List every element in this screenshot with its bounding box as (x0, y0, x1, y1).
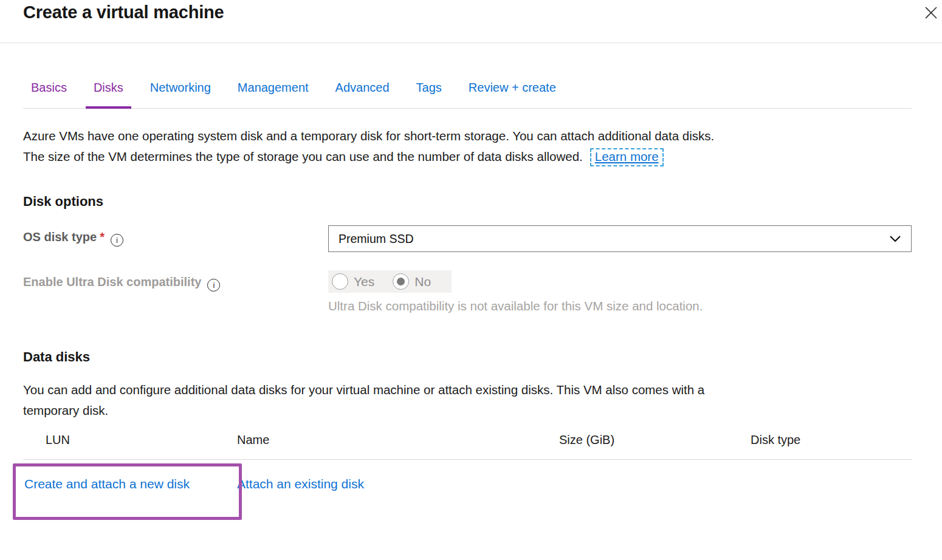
ultra-disk-option-no[interactable]: No (393, 273, 431, 290)
ultra-disk-row: Enable Ultra Disk compatibilityi Yes No … (23, 270, 912, 315)
intro-line-2: The size of the VM determines the type o… (23, 149, 583, 163)
ultra-disk-control-cell: Yes No Ultra Disk compatibility is not a… (328, 270, 912, 315)
close-button[interactable] (922, 4, 940, 22)
page-title: Create a virtual machine (0, 0, 942, 22)
os-disk-type-label-cell: OS disk type*i (23, 225, 328, 247)
attach-existing-disk-link[interactable]: Attach an existing disk (237, 477, 364, 491)
chevron-down-icon (889, 235, 901, 242)
data-disks-heading: Data disks (23, 349, 942, 365)
os-disk-type-control-cell: Premium SSD (328, 225, 912, 252)
tab-disks[interactable]: Disks (86, 81, 131, 108)
learn-more-link[interactable]: Learn more (590, 148, 664, 166)
ultra-disk-helper-text: Ultra Disk compatibility is not availabl… (328, 297, 912, 315)
ultra-disk-radio-group: Yes No (328, 270, 452, 293)
tab-review-create[interactable]: Review + create (461, 81, 564, 108)
ultra-disk-label-cell: Enable Ultra Disk compatibilityi (23, 270, 328, 292)
info-icon[interactable]: i (207, 279, 220, 292)
tab-management[interactable]: Management (230, 81, 317, 108)
os-disk-type-label: OS disk type (23, 230, 97, 244)
data-disks-desc-line-2: temporary disk. (23, 403, 108, 417)
disks-intro-text: Azure VMs have one operating system disk… (23, 126, 912, 167)
os-disk-type-dropdown[interactable]: Premium SSD (328, 225, 912, 252)
column-header-size: Size (GiB) (559, 433, 751, 447)
wizard-tab-bar: Basics Disks Networking Management Advan… (23, 81, 912, 109)
dialog-header: Create a virtual machine (0, 0, 942, 43)
radio-no-label: No (414, 275, 431, 289)
info-icon[interactable]: i (111, 234, 123, 247)
radio-unselected-icon (332, 273, 348, 290)
required-marker: * (100, 230, 105, 244)
data-disks-table-header: LUN Name Size (GiB) Disk type (23, 433, 912, 460)
ultra-disk-label: Enable Ultra Disk compatibility (23, 275, 201, 289)
data-disks-actions: Create and attach a new disk Attach an e… (23, 460, 912, 491)
os-disk-type-value: Premium SSD (339, 232, 889, 246)
tab-tags[interactable]: Tags (408, 81, 450, 108)
intro-line-1: Azure VMs have one operating system disk… (23, 129, 714, 143)
os-disk-type-row: OS disk type*i Premium SSD (23, 225, 912, 252)
tab-basics[interactable]: Basics (23, 81, 75, 108)
ultra-disk-option-yes[interactable]: Yes (332, 273, 374, 290)
radio-selected-icon (393, 273, 409, 290)
tab-networking[interactable]: Networking (142, 81, 219, 108)
create-and-attach-new-disk-link[interactable]: Create and attach a new disk (24, 477, 190, 491)
data-disks-desc-line-1: You can add and configure additional dat… (23, 383, 704, 397)
column-header-disk-type: Disk type (751, 433, 912, 447)
radio-yes-label: Yes (354, 275, 374, 289)
disk-options-heading: Disk options (23, 194, 942, 210)
column-header-lun: LUN (46, 433, 237, 447)
create-vm-dialog: Create a virtual machine Basics Disks Ne… (0, 0, 942, 560)
close-icon (924, 5, 938, 22)
data-disks-description: You can add and configure additional dat… (23, 380, 912, 421)
tab-advanced[interactable]: Advanced (328, 81, 397, 108)
column-header-name: Name (237, 433, 559, 447)
